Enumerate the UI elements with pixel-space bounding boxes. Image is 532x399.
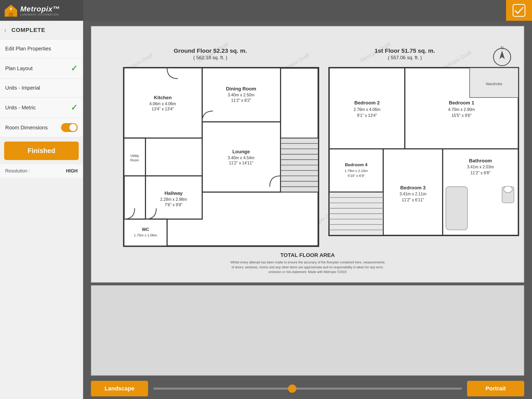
header: Metropix™ LANDMARK INFORMATION xyxy=(0,0,532,21)
sidebar: ‹ COMPLETE Edit Plan Properties Plan Lay… xyxy=(0,21,83,399)
units-imperial-label: Units - Imperial xyxy=(5,85,40,91)
portrait-button[interactable]: Portrait xyxy=(467,381,524,396)
brand-name: Metropix™ xyxy=(20,5,60,13)
svg-text:1.79m x 2.10m: 1.79m x 2.10m xyxy=(344,169,368,173)
resolution-label: Resolution : xyxy=(5,168,30,174)
svg-text:Ground Floor 52.23 sq. m.: Ground Floor 52.23 sq. m. xyxy=(174,47,247,54)
landscape-button[interactable]: Landscape xyxy=(91,381,148,396)
svg-text:( 562.18 sq. ft. ): ( 562.18 sq. ft. ) xyxy=(193,55,227,60)
bottom-bar: Landscape Portrait xyxy=(83,378,532,399)
floorplan-area: Metropix Draft Metropix Draft Metropix D… xyxy=(83,21,532,378)
svg-text:9'1" x 13'4": 9'1" x 13'4" xyxy=(357,113,377,118)
main-layout: ‹ COMPLETE Edit Plan Properties Plan Lay… xyxy=(0,21,532,399)
svg-text:Hallway: Hallway xyxy=(164,190,183,196)
svg-text:N: N xyxy=(501,45,504,50)
resolution-row: Resolution : HIGH xyxy=(0,164,83,178)
room-dimensions-label: Room Dimensions xyxy=(5,125,48,131)
home-icon xyxy=(4,4,18,17)
svg-text:Whilst every attempt has been : Whilst every attempt has been made to en… xyxy=(230,261,384,264)
finished-button[interactable]: Finished xyxy=(4,142,79,160)
svg-text:( 557.06 sq. ft. ): ( 557.06 sq. ft. ) xyxy=(388,55,422,60)
svg-text:11'2" x 6'8": 11'2" x 6'8" xyxy=(470,171,490,175)
svg-text:of doors, windows, rooms and a: of doors, windows, rooms and any other i… xyxy=(231,265,384,269)
svg-text:Bedroom 4: Bedroom 4 xyxy=(345,162,368,167)
svg-text:11'2" x 6'11": 11'2" x 6'11" xyxy=(402,198,424,202)
svg-marker-21 xyxy=(499,50,505,59)
svg-text:11'2" x 14'11": 11'2" x 14'11" xyxy=(229,161,253,165)
brand-sub: LANDMARK INFORMATION xyxy=(20,13,60,16)
floorplan-page-bottom xyxy=(91,285,524,376)
svg-text:3.40m x 2.50m: 3.40m x 2.50m xyxy=(228,93,255,97)
svg-text:TOTAL FLOOR AREA: TOTAL FLOOR AREA xyxy=(280,252,335,258)
sidebar-title: COMPLETE xyxy=(11,27,45,34)
svg-text:2.28m x 2.98m: 2.28m x 2.98m xyxy=(160,197,187,202)
sidebar-item-plan-layout[interactable]: Plan Layout ✓ xyxy=(0,58,83,79)
sidebar-item-edit-plan[interactable]: Edit Plan Properties xyxy=(0,39,83,58)
sidebar-item-units-imperial[interactable]: Units - Imperial xyxy=(0,79,83,97)
svg-text:15'5" x 9'6": 15'5" x 9'6" xyxy=(451,113,471,118)
svg-text:Utility: Utility xyxy=(130,154,139,158)
checkmark-icon xyxy=(513,4,526,17)
sidebar-header: ‹ COMPLETE xyxy=(0,21,83,39)
svg-text:Room: Room xyxy=(130,158,139,162)
floorplan-svg-wrapper: Metropix Draft Metropix Draft Metropix D… xyxy=(91,26,524,282)
resolution-value: HIGH xyxy=(66,168,78,174)
floorplan-page-top: Metropix Draft Metropix Draft Metropix D… xyxy=(91,26,524,283)
svg-point-63 xyxy=(504,186,512,193)
svg-text:Bedroom 2: Bedroom 2 xyxy=(354,100,380,105)
toggle-knob xyxy=(69,124,77,131)
sidebar-item-room-dimensions[interactable]: Room Dimensions xyxy=(0,118,83,137)
header-spacer xyxy=(83,0,506,21)
svg-text:4.06m x 4.06m: 4.06m x 4.06m xyxy=(149,102,176,106)
svg-text:3.41m x 2.03m: 3.41m x 2.03m xyxy=(467,165,494,169)
units-metric-check: ✓ xyxy=(71,103,78,112)
svg-text:omission or mis-statement. Mad: omission or mis-statement. Made with Met… xyxy=(269,270,347,274)
edit-plan-label: Edit Plan Properties xyxy=(5,46,51,52)
back-button[interactable]: ‹ xyxy=(4,26,6,34)
svg-text:3.40m x 4.54m: 3.40m x 4.54m xyxy=(228,156,255,160)
svg-rect-64 xyxy=(446,187,467,230)
svg-rect-28 xyxy=(124,219,167,246)
plan-layout-label: Plan Layout xyxy=(5,65,33,71)
svg-text:Bathroom: Bathroom xyxy=(469,158,492,163)
svg-text:7'6" x 9'9": 7'6" x 9'9" xyxy=(165,203,182,207)
orientation-slider-track[interactable] xyxy=(153,388,462,390)
floorplan-svg: Metropix Draft Metropix Draft Metropix D… xyxy=(91,26,524,282)
room-dimensions-toggle[interactable] xyxy=(61,123,78,132)
svg-text:Kitchen: Kitchen xyxy=(154,95,172,100)
svg-text:Bedroom 1: Bedroom 1 xyxy=(449,100,474,105)
svg-text:3.41m x 2.11m: 3.41m x 2.11m xyxy=(400,192,426,196)
logo-area: Metropix™ LANDMARK INFORMATION xyxy=(0,0,83,21)
svg-text:4.70m x 2.90m: 4.70m x 2.90m xyxy=(448,107,475,112)
svg-rect-1 xyxy=(9,12,13,17)
svg-text:Wardrobe: Wardrobe xyxy=(486,82,502,86)
svg-text:1.75m x 1.06m: 1.75m x 1.06m xyxy=(134,233,157,237)
orientation-slider-container xyxy=(148,381,467,396)
units-metric-label: Units - Metric xyxy=(5,105,36,111)
svg-text:1st Floor 51.75 sq. m.: 1st Floor 51.75 sq. m. xyxy=(375,47,435,54)
svg-text:5'10" x 6'9": 5'10" x 6'9" xyxy=(348,174,365,178)
svg-text:Lounge: Lounge xyxy=(232,149,250,154)
svg-text:2.76m x 4.06m: 2.76m x 4.06m xyxy=(354,107,380,112)
svg-text:11'2" x 8'2": 11'2" x 8'2" xyxy=(231,98,251,103)
orientation-slider-thumb[interactable] xyxy=(288,384,296,393)
sidebar-item-units-metric[interactable]: Units - Metric ✓ xyxy=(0,97,83,118)
svg-text:Dining Room: Dining Room xyxy=(226,86,256,91)
svg-rect-2 xyxy=(10,8,12,10)
plan-layout-check: ✓ xyxy=(71,63,78,73)
header-checkmark-button[interactable] xyxy=(506,0,532,21)
content-area: Metropix Draft Metropix Draft Metropix D… xyxy=(83,21,532,399)
svg-text:WC: WC xyxy=(142,227,149,232)
svg-text:Bedroom 3: Bedroom 3 xyxy=(400,185,426,190)
logo-text: Metropix™ LANDMARK INFORMATION xyxy=(20,5,60,16)
svg-text:13'4" x 13'4": 13'4" x 13'4" xyxy=(152,107,174,111)
